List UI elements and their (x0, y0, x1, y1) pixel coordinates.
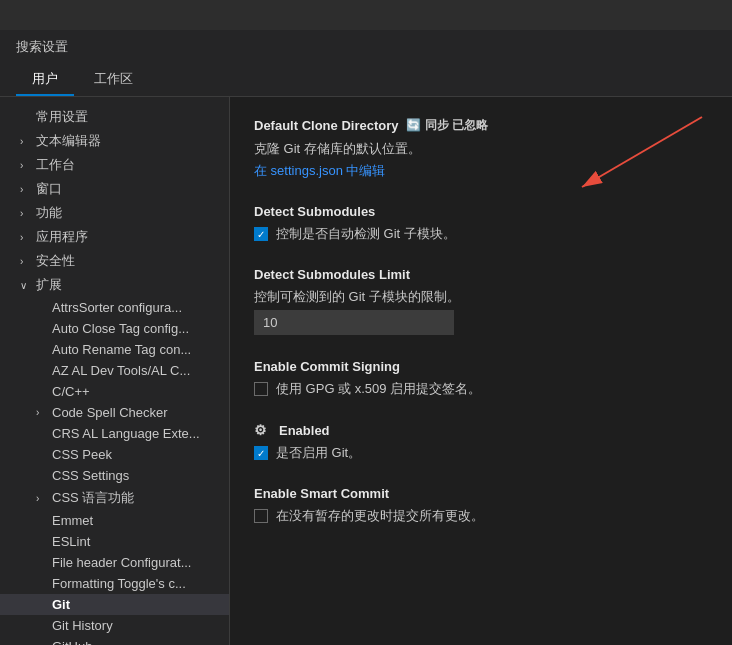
checkbox-enabled[interactable] (254, 446, 268, 460)
sidebar-item-emmet[interactable]: Emmet (0, 510, 229, 531)
sidebar-item-label: 工作台 (36, 156, 75, 174)
setting-title-text: Detect Submodules (254, 204, 375, 219)
checkbox-label: 控制是否自动检测 Git 子模块。 (276, 225, 456, 243)
gear-icon[interactable]: ⚙ (254, 422, 267, 438)
sidebar-item-cssSettings[interactable]: CSS Settings (0, 465, 229, 486)
sidebar-item-cssPeek[interactable]: CSS Peek (0, 444, 229, 465)
sidebar-item-label: 应用程序 (36, 228, 88, 246)
sidebar-item-label: Auto Close Tag config... (52, 321, 189, 336)
sidebar-item-label: Git (52, 597, 70, 612)
sidebar-item-azalDevTools[interactable]: AZ AL Dev Tools/AL C... (0, 360, 229, 381)
sidebar-item-label: 功能 (36, 204, 62, 222)
sidebar-item-label: Emmet (52, 513, 93, 528)
top-bar (0, 0, 732, 30)
chevron-icon: › (20, 208, 30, 219)
sidebar-item-features[interactable]: ›功能 (0, 201, 229, 225)
chevron-icon: › (20, 184, 30, 195)
input-detectSubmodulesLimit[interactable] (254, 310, 454, 335)
sidebar-item-codeSpellChecker[interactable]: ›Code Spell Checker (0, 402, 229, 423)
setting-link-defaultCloneDirectory[interactable]: 在 settings.json 中编辑 (254, 162, 708, 180)
chevron-icon: › (36, 407, 46, 418)
sidebar-item-general[interactable]: 常用设置 (0, 105, 229, 129)
search-area: 搜索设置 用户 工作区 (0, 30, 732, 97)
sidebar-item-label: CSS 语言功能 (52, 489, 134, 507)
sidebar-item-label: 扩展 (36, 276, 62, 294)
checkbox-enableCommitSigning[interactable] (254, 382, 268, 396)
chevron-icon: › (36, 493, 46, 504)
checkbox-row: 是否启用 Git。 (254, 444, 708, 462)
sidebar-item-cssLang[interactable]: ›CSS 语言功能 (0, 486, 229, 510)
chevron-icon: › (20, 160, 30, 171)
sidebar-item-label: Code Spell Checker (52, 405, 168, 420)
setting-title-detectSubmodules: Detect Submodules (254, 204, 708, 219)
sidebar-item-formattingToggle[interactable]: Formatting Toggle's c... (0, 573, 229, 594)
sidebar-item-security[interactable]: ›安全性 (0, 249, 229, 273)
sidebar-item-label: Auto Rename Tag con... (52, 342, 191, 357)
setting-block-defaultCloneDirectory: Default Clone Directory🔄 同步 已忽略克隆 Git 存储… (254, 117, 708, 180)
setting-block-detectSubmodules: Detect Submodules控制是否自动检测 Git 子模块。 (254, 204, 708, 243)
sidebar-item-workbench[interactable]: ›工作台 (0, 153, 229, 177)
tabs: 用户 工作区 (16, 64, 716, 96)
sidebar-item-attrsSorter[interactable]: AttrsSorter configura... (0, 297, 229, 318)
chevron-icon: › (20, 136, 30, 147)
sidebar-item-window[interactable]: ›窗口 (0, 177, 229, 201)
sidebar-item-label: 文本编辑器 (36, 132, 101, 150)
setting-title-text: Enabled (279, 423, 330, 438)
sidebar-item-fileHeader[interactable]: File header Configurat... (0, 552, 229, 573)
sidebar-item-extensions[interactable]: ∨扩展 (0, 273, 229, 297)
setting-title-text: Enable Smart Commit (254, 486, 389, 501)
setting-desc: 克隆 Git 存储库的默认位置。 (254, 140, 708, 158)
setting-title-detectSubmodulesLimit: Detect Submodules Limit (254, 267, 708, 282)
sidebar-item-label: CRS AL Language Exte... (52, 426, 200, 441)
setting-block-enabled: ⚙Enabled是否启用 Git。 (254, 422, 708, 462)
sidebar-item-gitHistory[interactable]: Git History (0, 615, 229, 636)
checkbox-row: 在没有暂存的更改时提交所有更改。 (254, 507, 708, 525)
sidebar-item-crsAL[interactable]: CRS AL Language Exte... (0, 423, 229, 444)
sidebar-item-label: File header Configurat... (52, 555, 191, 570)
sidebar-item-text-editor[interactable]: ›文本编辑器 (0, 129, 229, 153)
chevron-icon: › (20, 232, 30, 243)
sidebar-item-label: Formatting Toggle's c... (52, 576, 186, 591)
sidebar-item-label: CSS Settings (52, 468, 129, 483)
sidebar-item-eslint[interactable]: ESLint (0, 531, 229, 552)
search-label: 搜索设置 (16, 38, 716, 56)
setting-title-text: Enable Commit Signing (254, 359, 400, 374)
setting-block-enableCommitSigning: Enable Commit Signing使用 GPG 或 x.509 启用提交… (254, 359, 708, 398)
chevron-icon: ∨ (20, 280, 30, 291)
sidebar-item-application[interactable]: ›应用程序 (0, 225, 229, 249)
sidebar-item-cpp[interactable]: C/C++ (0, 381, 229, 402)
sidebar-item-label: 安全性 (36, 252, 75, 270)
tab-workspace[interactable]: 工作区 (78, 64, 149, 96)
tab-user[interactable]: 用户 (16, 64, 74, 96)
setting-tag: 🔄 同步 已忽略 (406, 117, 488, 134)
checkbox-detectSubmodules[interactable] (254, 227, 268, 241)
sidebar-item-label: 窗口 (36, 180, 62, 198)
sidebar-item-label: ESLint (52, 534, 90, 549)
sidebar-item-autoCloseTag[interactable]: Auto Close Tag config... (0, 318, 229, 339)
checkbox-row: 控制是否自动检测 Git 子模块。 (254, 225, 708, 243)
setting-title-text: Detect Submodules Limit (254, 267, 410, 282)
settings-container: Default Clone Directory🔄 同步 已忽略克隆 Git 存储… (254, 117, 708, 525)
sidebar-item-label: CSS Peek (52, 447, 112, 462)
sidebar-item-label: AZ AL Dev Tools/AL C... (52, 363, 190, 378)
sidebar-item-git[interactable]: Git (0, 594, 229, 615)
content-area: Default Clone Directory🔄 同步 已忽略克隆 Git 存储… (230, 97, 732, 645)
setting-title-enabled: ⚙Enabled (254, 422, 708, 438)
setting-title-enableSmartCommit: Enable Smart Commit (254, 486, 708, 501)
sidebar: 常用设置›文本编辑器›工作台›窗口›功能›应用程序›安全性∨扩展AttrsSor… (0, 97, 230, 645)
checkbox-label: 使用 GPG 或 x.509 启用提交签名。 (276, 380, 481, 398)
sidebar-item-label: 常用设置 (36, 108, 88, 126)
setting-title-text: Default Clone Directory (254, 118, 398, 133)
checkbox-label: 是否启用 Git。 (276, 444, 361, 462)
setting-block-enableSmartCommit: Enable Smart Commit在没有暂存的更改时提交所有更改。 (254, 486, 708, 525)
sidebar-item-label: C/C++ (52, 384, 90, 399)
setting-title-enableCommitSigning: Enable Commit Signing (254, 359, 708, 374)
sidebar-item-autoRenameTag[interactable]: Auto Rename Tag con... (0, 339, 229, 360)
setting-desc: 控制可检测到的 Git 子模块的限制。 (254, 288, 708, 306)
sidebar-item-label: Git History (52, 618, 113, 633)
sidebar-item-label: AttrsSorter configura... (52, 300, 182, 315)
sidebar-item-gitHub[interactable]: GitHub (0, 636, 229, 645)
checkbox-label: 在没有暂存的更改时提交所有更改。 (276, 507, 484, 525)
setting-block-detectSubmodulesLimit: Detect Submodules Limit控制可检测到的 Git 子模块的限… (254, 267, 708, 335)
checkbox-enableSmartCommit[interactable] (254, 509, 268, 523)
